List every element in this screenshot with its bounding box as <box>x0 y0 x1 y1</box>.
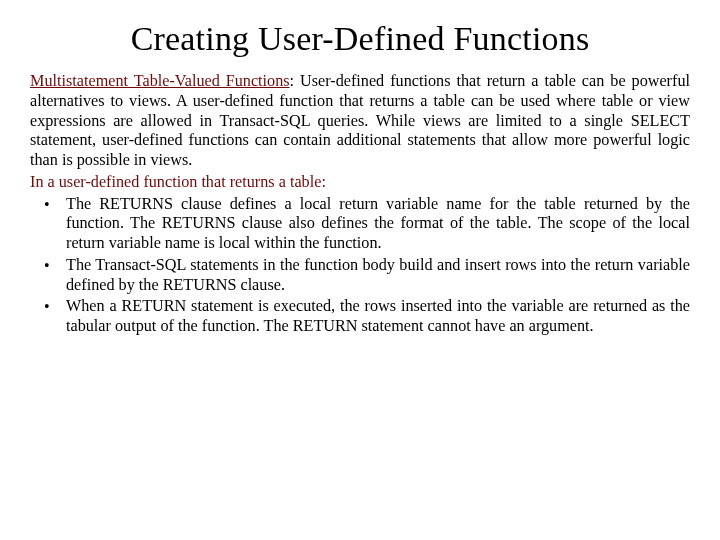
slide: Creating User-Defined Functions Multista… <box>0 0 720 359</box>
bullet-list: The RETURNS clause defines a local retur… <box>30 195 690 337</box>
list-item: When a RETURN statement is executed, the… <box>66 297 690 337</box>
list-item: The Transact-SQL statements in the funct… <box>66 256 690 296</box>
lead-term: Multistatement Table-Valued Functions <box>30 72 290 90</box>
slide-body: Multistatement Table-Valued Functions: U… <box>30 72 690 337</box>
paragraph-main: Multistatement Table-Valued Functions: U… <box>30 72 690 171</box>
slide-title: Creating User-Defined Functions <box>30 20 690 58</box>
paragraph-intro: In a user-defined function that returns … <box>30 173 690 193</box>
list-item: The RETURNS clause defines a local retur… <box>66 195 690 254</box>
